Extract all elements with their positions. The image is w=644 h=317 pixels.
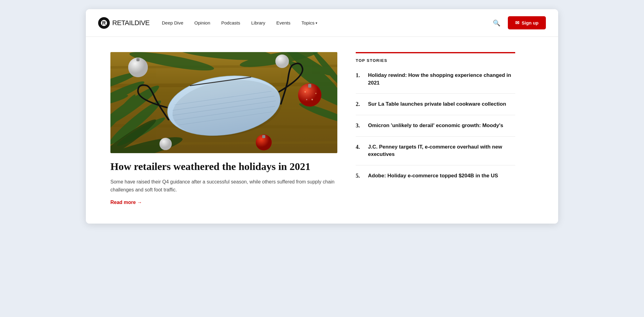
story-number-5: 5. [356, 172, 362, 179]
chevron-down-icon: ▾ [316, 21, 317, 25]
nav-topics[interactable]: Topics ▾ [301, 20, 318, 25]
story-link-4[interactable]: J.C. Penney targets IT, e-commerce overh… [368, 143, 515, 158]
story-link-2[interactable]: Sur La Table launches private label cook… [368, 100, 506, 108]
story-list: 1. Holiday rewind: How the shopping expe… [356, 69, 515, 186]
top-stories-sidebar: TOP STORIES 1. Holiday rewind: How the s… [356, 52, 515, 205]
svg-point-42 [159, 138, 172, 150]
svg-point-29 [305, 91, 306, 92]
read-more-link[interactable]: Read more → [110, 200, 142, 205]
site-logo[interactable]: RETAILDIVE [98, 17, 150, 29]
featured-article-summary: Some have raised their Q4 guidance after… [110, 178, 337, 194]
featured-image [110, 52, 337, 153]
browser-card: RETAILDIVE Deep Dive Opinion Podcasts Li… [86, 9, 558, 224]
svg-point-30 [312, 99, 313, 100]
list-item: 5. Adobe: Holiday e-commerce topped $204… [356, 165, 515, 187]
story-number-2: 2. [356, 100, 362, 108]
list-item: 1. Holiday rewind: How the shopping expe… [356, 69, 515, 94]
main-content: How retailers weathered the holidays in … [86, 37, 558, 224]
list-item: 2. Sur La Table launches private label c… [356, 94, 515, 115]
logo-text: RETAILDIVE [112, 20, 150, 26]
svg-point-40 [275, 55, 289, 68]
svg-point-32 [306, 99, 307, 100]
story-number-4: 4. [356, 143, 362, 150]
story-number-1: 1. [356, 72, 362, 79]
nav-deep-dive[interactable]: Deep Dive [162, 20, 183, 25]
svg-rect-28 [308, 84, 311, 88]
nav-opinion[interactable]: Opinion [194, 20, 210, 25]
featured-article: How retailers weathered the holidays in … [110, 52, 337, 205]
header-right: 🔍 ✉ Sign up [493, 16, 546, 29]
nav-library[interactable]: Library [251, 20, 265, 25]
top-stories-title: TOP STORIES [356, 58, 387, 63]
nav-podcasts[interactable]: Podcasts [221, 20, 240, 25]
story-link-1[interactable]: Holiday rewind: How the shopping experie… [368, 72, 515, 87]
story-link-5[interactable]: Adobe: Holiday e-commerce topped $204B i… [368, 172, 498, 180]
top-stories-header: TOP STORIES [356, 52, 515, 63]
story-link-3[interactable]: Omicron 'unlikely to derail' economic gr… [368, 122, 503, 130]
signup-button[interactable]: ✉ Sign up [508, 16, 546, 29]
svg-point-31 [315, 93, 316, 94]
story-number-3: 3. [356, 122, 362, 129]
featured-article-title: How retailers weathered the holidays in … [110, 160, 337, 173]
logo-icon [98, 17, 110, 29]
search-icon: 🔍 [493, 19, 500, 27]
main-nav: Deep Dive Opinion Podcasts Library Event… [162, 20, 318, 26]
site-header: RETAILDIVE Deep Dive Opinion Podcasts Li… [86, 9, 558, 37]
svg-rect-35 [136, 58, 140, 61]
list-item: 3. Omicron 'unlikely to derail' economic… [356, 115, 515, 137]
mail-icon: ✉ [515, 20, 519, 26]
svg-rect-38 [262, 135, 265, 138]
search-button[interactable]: 🔍 [493, 19, 500, 27]
nav-events[interactable]: Events [276, 20, 290, 25]
list-item: 4. J.C. Penney targets IT, e-commerce ov… [356, 137, 515, 165]
